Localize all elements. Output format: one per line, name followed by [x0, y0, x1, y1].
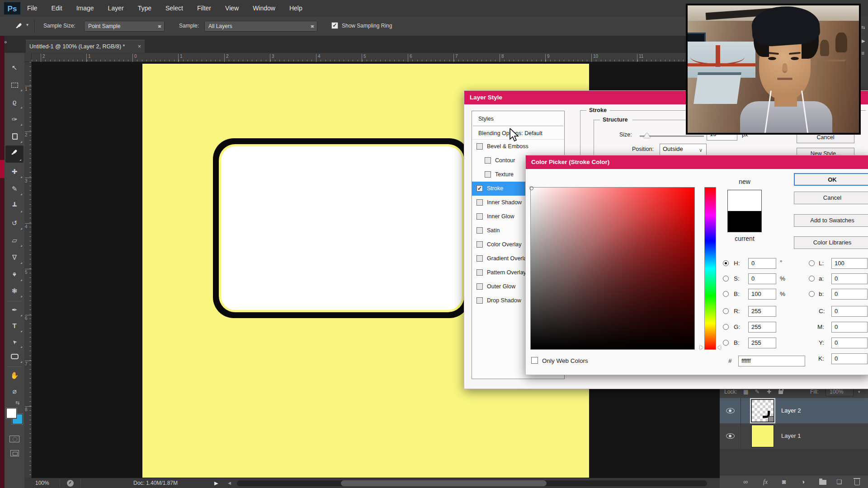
menu-item-edit[interactable]: Edit [51, 0, 63, 17]
show-sampling-ring-checkbox[interactable]: ✓ [331, 22, 338, 29]
layer-row-layer-2[interactable]: Layer 2 [720, 398, 868, 423]
lock-all-icon[interactable] [778, 390, 783, 394]
hex-value-field[interactable]: ffffff [738, 356, 805, 366]
b2-radio[interactable] [723, 340, 729, 346]
position-dropdown[interactable]: Outside ∨ [660, 144, 707, 155]
pen-tool[interactable]: ✒ [5, 303, 24, 318]
new-layer-icon[interactable]: ❏ [836, 475, 842, 488]
tab-close-icon[interactable]: × [138, 40, 141, 53]
quick-mask-button[interactable] [5, 432, 24, 447]
b-value-field[interactable]: 100 [748, 289, 776, 300]
foreground-color-swatch[interactable] [6, 408, 17, 418]
style-checkbox[interactable] [476, 255, 483, 262]
move-tool[interactable]: ↖ [5, 61, 24, 76]
style-checkbox[interactable] [476, 199, 483, 206]
y-value-field[interactable]: 0 [831, 338, 868, 348]
color-libraries-button[interactable]: Color Libraries [794, 236, 868, 249]
menu-item-file[interactable]: File [26, 0, 38, 17]
saturation-brightness-field[interactable] [530, 187, 695, 350]
menu-item-select[interactable]: Select [165, 0, 184, 17]
b-radio[interactable] [723, 291, 729, 297]
layer-visibility-eye-icon[interactable] [726, 433, 735, 439]
status-popup-arrow-icon[interactable]: ▶ [214, 478, 218, 488]
m-value-field[interactable]: 0 [831, 322, 868, 333]
l-value-field[interactable]: 100 [831, 258, 868, 269]
paint-bucket-tool[interactable]: ∇ [5, 250, 24, 266]
adjustment-layer-icon[interactable]: ◑ [801, 475, 805, 488]
s-radio[interactable] [723, 276, 729, 282]
color-picker-cancel-button[interactable]: Cancel [794, 192, 868, 204]
menu-item-view[interactable]: View [224, 0, 240, 17]
hue-slider[interactable] [704, 187, 716, 350]
lasso-tool[interactable]: ϱ [5, 95, 24, 110]
crop-tool[interactable] [5, 129, 24, 145]
delete-layer-icon[interactable] [854, 479, 860, 485]
layer-name[interactable]: Layer 2 [781, 407, 801, 414]
style-checkbox[interactable] [485, 157, 491, 164]
swap-colors-icon[interactable]: ⇆ [15, 400, 19, 406]
menu-item-filter[interactable]: Filter [196, 0, 212, 17]
l-radio[interactable] [809, 260, 815, 266]
size-slider-handle[interactable] [643, 133, 651, 138]
layer-style-fx-icon[interactable]: fx [763, 475, 768, 488]
brush-tool[interactable]: ✎ [5, 182, 24, 197]
hue-slider-handle-right[interactable] [717, 345, 721, 350]
lab-b-value-field[interactable]: 0 [831, 289, 868, 300]
a-radio[interactable] [809, 276, 815, 282]
new-group-icon[interactable] [819, 480, 826, 485]
link-layers-icon[interactable]: ∞ [743, 475, 748, 488]
r-value-field[interactable]: 255 [748, 306, 776, 317]
path-selection-tool[interactable]: ➤ [5, 334, 24, 350]
menu-item-layer[interactable]: Layer [107, 0, 125, 17]
c-value-field[interactable]: 0 [831, 306, 868, 317]
g-radio[interactable] [723, 324, 729, 330]
style-checkbox[interactable] [476, 283, 483, 290]
add-layer-mask-icon[interactable]: ◙ [782, 475, 786, 488]
color-selection-marker[interactable] [529, 186, 533, 190]
style-checkbox[interactable] [476, 297, 483, 304]
dock-play-icon[interactable]: ▶ [862, 38, 865, 43]
menu-item-help[interactable]: Help [288, 0, 303, 17]
color-picker-ok-button[interactable]: OK [794, 173, 868, 186]
style-checkbox[interactable] [485, 171, 491, 178]
hue-slider-handle-left[interactable] [700, 345, 703, 350]
spot-healing-brush-tool[interactable]: ✚ [5, 164, 24, 180]
style-checkbox[interactable] [476, 241, 483, 248]
hand-tool[interactable]: ✋ [5, 368, 24, 384]
lab-b-radio[interactable] [809, 291, 815, 297]
zoom-level[interactable]: 100% [35, 478, 49, 488]
menu-item-type[interactable]: Type [137, 0, 152, 17]
layer-2-thumbnail[interactable] [751, 399, 774, 422]
preset-caret-icon[interactable]: ▾ [26, 22, 28, 27]
add-to-swatches-button[interactable]: Add to Swatches [794, 214, 868, 227]
type-tool[interactable]: T [5, 319, 24, 334]
dock-stepper-icon[interactable]: ⇆ [861, 25, 865, 30]
rectangular-marquee-tool[interactable] [5, 78, 24, 93]
sample-dropdown[interactable]: All Layers [204, 21, 317, 32]
menu-item-window[interactable]: Window [252, 0, 276, 17]
a-value-field[interactable]: 0 [831, 273, 868, 284]
quick-selection-tool[interactable]: ✑ [5, 112, 24, 127]
blur-tool[interactable]: ♠ [5, 267, 24, 283]
eyedropper-tool[interactable] [5, 145, 24, 163]
style-checkbox-checked[interactable]: ✓ [476, 185, 483, 192]
layer-1-thumbnail[interactable] [751, 425, 774, 447]
b2-value-field[interactable]: 255 [748, 338, 776, 348]
dock-list-icon[interactable]: ≡ [861, 50, 864, 56]
rounded-rectangle-tool[interactable] [5, 349, 24, 365]
style-checkbox[interactable] [476, 227, 483, 234]
color-picker-titlebar[interactable]: Color Picker (Stroke Color) [526, 155, 868, 169]
scroll-left-arrow-icon[interactable]: ◀ [228, 478, 231, 488]
eraser-tool[interactable]: ▱ [5, 233, 24, 249]
h-radio[interactable] [723, 260, 729, 266]
sample-size-dropdown[interactable]: Point Sample [84, 21, 165, 32]
screen-mode-button[interactable] [5, 446, 24, 461]
style-checkbox[interactable] [476, 143, 483, 150]
eyedropper-preset-icon[interactable] [15, 23, 23, 30]
menu-item-image[interactable]: Image [75, 0, 95, 17]
g-value-field[interactable]: 255 [748, 322, 776, 333]
horizontal-scrollbar-thumb[interactable] [341, 480, 547, 486]
zoom-tool[interactable]: ⌀ [5, 384, 24, 399]
layer-row-layer-1[interactable]: Layer 1 [720, 423, 868, 449]
styles-header[interactable]: Styles [472, 111, 564, 126]
